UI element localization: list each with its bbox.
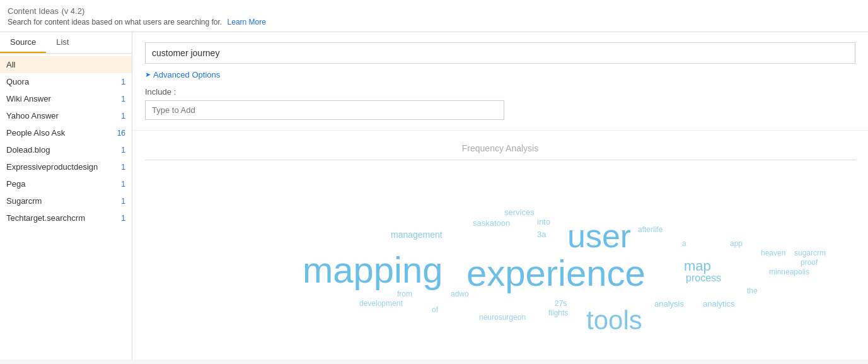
word-cloud: mappingexperienceusertoolsmapprocessmana… bbox=[145, 173, 855, 337]
word-cloud-item: experience bbox=[466, 252, 645, 294]
word-cloud-item: development bbox=[359, 299, 403, 308]
page-description: Search for content ideas based on what u… bbox=[8, 18, 860, 26]
word-cloud-item: a bbox=[682, 239, 686, 248]
tab-list[interactable]: List bbox=[46, 32, 79, 53]
word-cloud-item: user bbox=[567, 217, 631, 255]
advanced-options-label: Advanced Options bbox=[153, 70, 220, 79]
word-cloud-item: mapping bbox=[303, 249, 443, 291]
word-cloud-item: proof bbox=[801, 258, 818, 267]
include-input[interactable] bbox=[145, 100, 504, 120]
tab-source[interactable]: Source bbox=[0, 32, 46, 53]
title-text: Content Ideas bbox=[8, 6, 59, 16]
word-cloud-item: services bbox=[504, 208, 535, 217]
word-cloud-item: tools bbox=[586, 305, 642, 336]
source-item[interactable]: All bbox=[0, 56, 132, 73]
search-input[interactable] bbox=[145, 42, 855, 64]
main-layout: Source List AllQuora1Wiki Answer1Yahoo A… bbox=[0, 32, 868, 360]
search-section: ➤ Advanced Options Include : bbox=[132, 32, 868, 131]
learn-more-link[interactable]: Learn More bbox=[228, 18, 266, 26]
source-item[interactable]: Wiki Answer1 bbox=[0, 90, 132, 107]
sidebar: Source List AllQuora1Wiki Answer1Yahoo A… bbox=[0, 32, 132, 360]
page-header: Content Ideas (v 4.2) Search for content… bbox=[0, 0, 868, 32]
version-text: (v 4.2) bbox=[61, 6, 84, 16]
source-item[interactable]: Expressiveproductdesign1 bbox=[0, 158, 132, 175]
source-item[interactable]: Yahoo Answer1 bbox=[0, 107, 132, 124]
word-cloud-item: adwo bbox=[451, 290, 469, 298]
source-item[interactable]: Techtarget.searchcrm1 bbox=[0, 209, 132, 226]
advanced-options-toggle[interactable]: ➤ Advanced Options bbox=[145, 70, 855, 79]
word-cloud-item: sugarcrm bbox=[794, 249, 826, 257]
tab-bar: Source List bbox=[0, 32, 132, 54]
word-cloud-item: heaven bbox=[761, 249, 785, 257]
content-area: ➤ Advanced Options Include : Frequency A… bbox=[132, 32, 868, 360]
word-cloud-item: into bbox=[537, 217, 550, 226]
word-cloud-item: flights bbox=[548, 308, 568, 317]
word-cloud-item: neurosurgeon bbox=[479, 313, 526, 322]
word-cloud-item: analysis bbox=[654, 299, 684, 308]
word-cloud-item: process bbox=[686, 273, 721, 284]
frequency-title: Frequency Analysis bbox=[145, 143, 855, 153]
source-item[interactable]: Pega1 bbox=[0, 175, 132, 192]
word-cloud-item: of bbox=[432, 305, 438, 314]
include-label: Include : bbox=[145, 87, 855, 97]
word-cloud-item: afterlife bbox=[638, 225, 663, 234]
word-cloud-item: 27s bbox=[555, 299, 567, 308]
word-cloud-item: minneapolis bbox=[769, 267, 809, 276]
word-cloud-item: from bbox=[397, 290, 412, 298]
source-item[interactable]: Dolead.blog1 bbox=[0, 141, 132, 158]
word-cloud-item: app bbox=[730, 239, 743, 248]
chevron-icon: ➤ bbox=[145, 71, 151, 79]
word-cloud-item: 3a bbox=[537, 230, 546, 239]
source-item[interactable]: People Also Ask16 bbox=[0, 124, 132, 141]
freq-divider bbox=[145, 160, 855, 160]
word-cloud-item: the bbox=[747, 286, 758, 295]
page-title: Content Ideas (v 4.2) bbox=[8, 5, 860, 16]
word-cloud-item: analytics bbox=[703, 299, 735, 308]
viz-section: Frequency Analysis mappingexperienceuser… bbox=[132, 131, 868, 349]
source-item[interactable]: Quora1 bbox=[0, 73, 132, 90]
source-item[interactable]: Sugarcrm1 bbox=[0, 192, 132, 209]
word-cloud-item: management bbox=[391, 230, 443, 240]
source-list: AllQuora1Wiki Answer1Yahoo Answer1People… bbox=[0, 54, 132, 229]
word-cloud-item: saskatoon bbox=[473, 218, 510, 228]
